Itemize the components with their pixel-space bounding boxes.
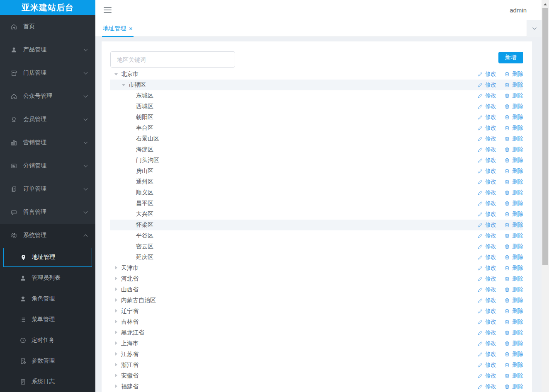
tree-row[interactable]: 西城区 修改 删除: [110, 101, 523, 112]
expand-arrow-icon[interactable]: [129, 148, 134, 152]
edit-link[interactable]: 修改: [477, 383, 496, 390]
expand-arrow-icon[interactable]: [129, 126, 134, 130]
expand-arrow-icon[interactable]: [114, 352, 119, 356]
tree-row[interactable]: 山西省 修改 删除: [110, 284, 523, 295]
delete-link[interactable]: 删除: [504, 329, 523, 336]
delete-link[interactable]: 删除: [504, 114, 523, 121]
delete-link[interactable]: 删除: [504, 232, 523, 240]
edit-link[interactable]: 修改: [477, 189, 496, 196]
delete-link[interactable]: 删除: [504, 157, 523, 164]
expand-arrow-icon[interactable]: [114, 277, 119, 281]
tree-row[interactable]: 门头沟区 修改 删除: [110, 155, 523, 166]
tree-row[interactable]: 内蒙古自治区 修改 删除: [110, 295, 523, 306]
delete-link[interactable]: 删除: [504, 146, 523, 153]
delete-link[interactable]: 删除: [504, 200, 523, 207]
expand-arrow-icon[interactable]: [114, 288, 119, 292]
hamburger-icon[interactable]: [104, 7, 112, 13]
delete-link[interactable]: 删除: [504, 81, 523, 89]
edit-link[interactable]: 修改: [477, 124, 496, 132]
delete-link[interactable]: 删除: [504, 275, 523, 283]
edit-link[interactable]: 修改: [477, 264, 496, 272]
tree-row[interactable]: 延庆区 修改 删除: [110, 252, 523, 263]
tree-row[interactable]: 丰台区 修改 删除: [110, 123, 523, 133]
scrollbar-thumb[interactable]: [542, 8, 548, 265]
edit-link[interactable]: 修改: [477, 275, 496, 283]
expand-arrow-icon[interactable]: [114, 341, 119, 346]
edit-link[interactable]: 修改: [477, 307, 496, 315]
tree-row[interactable]: 顺义区 修改 删除: [110, 187, 523, 198]
sidebar-item-2[interactable]: 门店管理: [0, 61, 95, 85]
tree-row[interactable]: 密云区 修改 删除: [110, 241, 523, 252]
sidebar-item-0[interactable]: 首页: [0, 15, 95, 38]
tree-row[interactable]: 吉林省 修改 删除: [110, 317, 523, 327]
delete-link[interactable]: 删除: [504, 135, 523, 143]
delete-link[interactable]: 删除: [504, 124, 523, 132]
delete-link[interactable]: 删除: [504, 70, 523, 78]
expand-arrow-icon[interactable]: [129, 158, 134, 162]
edit-link[interactable]: 修改: [477, 329, 496, 336]
tree-row[interactable]: 昌平区 修改 删除: [110, 198, 523, 209]
expand-arrow-icon[interactable]: [114, 363, 119, 367]
tree-row[interactable]: 东城区 修改 删除: [110, 90, 523, 101]
delete-link[interactable]: 删除: [504, 243, 523, 250]
edit-link[interactable]: 修改: [477, 340, 496, 347]
expand-arrow-icon[interactable]: [129, 201, 134, 206]
expand-arrow-icon[interactable]: [129, 234, 134, 238]
sidebar-item-4[interactable]: 会员管理: [0, 108, 95, 131]
expand-arrow-icon[interactable]: [114, 385, 119, 389]
edit-link[interactable]: 修改: [477, 167, 496, 175]
expand-arrow-icon[interactable]: [129, 115, 134, 119]
page-scrollbar[interactable]: [542, 0, 549, 392]
sidebar-subitem-1[interactable]: 管理员列表: [0, 268, 95, 288]
expand-arrow-icon[interactable]: [129, 255, 134, 259]
delete-link[interactable]: 删除: [504, 254, 523, 261]
edit-link[interactable]: 修改: [477, 243, 496, 250]
edit-link[interactable]: 修改: [477, 232, 496, 240]
tree-row[interactable]: 怀柔区 修改 删除: [110, 220, 523, 230]
sidebar-item-3[interactable]: 公众号管理: [0, 85, 95, 108]
edit-link[interactable]: 修改: [477, 157, 496, 164]
expand-arrow-icon[interactable]: [129, 169, 134, 173]
expand-arrow-icon[interactable]: [129, 191, 134, 195]
edit-link[interactable]: 修改: [477, 178, 496, 186]
expand-arrow-icon[interactable]: [114, 266, 119, 270]
delete-link[interactable]: 删除: [504, 264, 523, 272]
edit-link[interactable]: 修改: [477, 114, 496, 121]
sidebar-subitem-3[interactable]: 菜单管理: [0, 309, 95, 330]
expand-arrow-icon[interactable]: [129, 104, 134, 109]
edit-link[interactable]: 修改: [477, 361, 496, 369]
edit-link[interactable]: 修改: [477, 286, 496, 293]
expand-arrow-icon[interactable]: [129, 244, 134, 249]
tree-row[interactable]: 市辖区 修改 删除: [110, 80, 523, 90]
sidebar-subitem-6[interactable]: 系统日志: [0, 371, 95, 392]
tree-row[interactable]: 黑龙江省 修改 删除: [110, 327, 523, 338]
expand-arrow-icon[interactable]: [114, 320, 119, 324]
tab-address-management[interactable]: 地址管理 ×: [102, 20, 134, 36]
sidebar-item-1[interactable]: 产品管理: [0, 38, 95, 61]
delete-link[interactable]: 删除: [504, 297, 523, 304]
tree-row[interactable]: 房山区 修改 删除: [110, 166, 523, 177]
sidebar-subitem-4[interactable]: 定时任务: [0, 330, 95, 351]
delete-link[interactable]: 删除: [504, 92, 523, 99]
expand-arrow-icon[interactable]: [122, 83, 126, 87]
expand-arrow-icon[interactable]: [129, 212, 134, 216]
tree-row[interactable]: 天津市 修改 删除: [110, 263, 523, 273]
expand-arrow-icon[interactable]: [129, 180, 134, 184]
delete-link[interactable]: 删除: [504, 211, 523, 218]
add-button[interactable]: 新增: [498, 52, 523, 63]
edit-link[interactable]: 修改: [477, 146, 496, 153]
tree-row[interactable]: 辽宁省 修改 删除: [110, 306, 523, 317]
sidebar-item-6[interactable]: 分销管理: [0, 154, 95, 177]
sidebar-item-8[interactable]: 留言管理: [0, 201, 95, 224]
expand-arrow-icon[interactable]: [129, 137, 134, 141]
tree-row[interactable]: 大兴区 修改 删除: [110, 209, 523, 220]
delete-link[interactable]: 删除: [504, 286, 523, 293]
tree-row[interactable]: 福建省 修改 删除: [110, 381, 523, 392]
edit-link[interactable]: 修改: [477, 81, 496, 89]
delete-link[interactable]: 删除: [504, 383, 523, 390]
delete-link[interactable]: 删除: [504, 318, 523, 326]
tree-row[interactable]: 海淀区 修改 删除: [110, 144, 523, 155]
tree-row[interactable]: 河北省 修改 删除: [110, 273, 523, 284]
expand-arrow-icon[interactable]: [114, 331, 119, 335]
delete-link[interactable]: 删除: [504, 221, 523, 229]
